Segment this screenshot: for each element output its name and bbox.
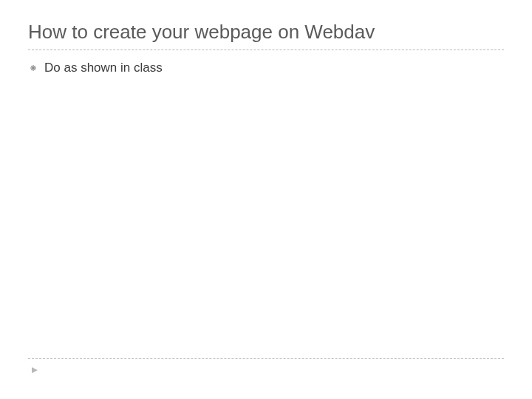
slide-title: How to create your webpage on Webdav bbox=[28, 21, 504, 50]
svg-marker-4 bbox=[32, 367, 38, 373]
slide-footer bbox=[28, 358, 504, 377]
footer-arrow-icon bbox=[31, 364, 38, 376]
slide-content: Do as shown in class bbox=[28, 61, 504, 75]
bullet-text: Do as shown in class bbox=[44, 61, 163, 75]
bullet-icon bbox=[30, 61, 37, 75]
slide-container: How to create your webpage on Webdav Do … bbox=[0, 0, 532, 399]
bullet-item: Do as shown in class bbox=[30, 61, 504, 75]
